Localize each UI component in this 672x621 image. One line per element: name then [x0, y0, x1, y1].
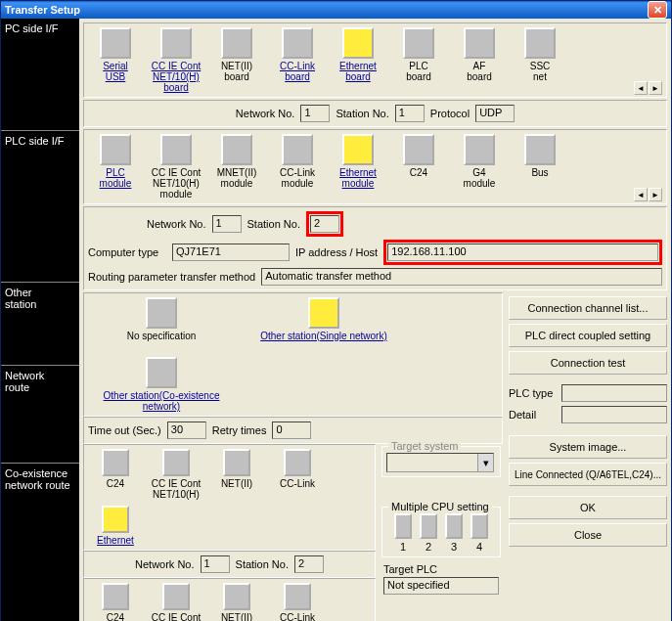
icon-label: SSC net — [530, 61, 551, 82]
cpu-slot-3[interactable]: 3 — [445, 513, 463, 553]
icon-cc-link[interactable]: CC-Link — [270, 583, 325, 621]
cpu-slot-4[interactable]: 4 — [470, 513, 488, 553]
titlebar: Transfer Setup ✕ — [1, 1, 671, 19]
nav-right-icon[interactable]: ► — [649, 188, 662, 201]
module-icon — [282, 134, 313, 165]
icon-label: NET(II) — [221, 612, 252, 621]
icon-other[interactable]: Other station(Single network) — [250, 297, 397, 341]
plc-network-no-field[interactable]: 1 — [212, 215, 242, 233]
icon-cc-link[interactable]: CC-Link module — [270, 134, 325, 200]
icon-cc[interactable]: CC IE Cont NET/10(H) — [149, 583, 203, 621]
icon-cc[interactable]: CC IE Cont NET/10(H) module — [149, 134, 203, 200]
module-icon — [221, 27, 252, 59]
icon-ethernet[interactable]: Ethernet — [88, 506, 143, 546]
icon-af[interactable]: AF board — [452, 27, 507, 93]
module-icon — [100, 134, 131, 165]
module-icon — [524, 27, 556, 59]
cpu-label: 2 — [426, 541, 431, 553]
icon-cc[interactable]: CC IE Cont NET/10(H) board — [149, 27, 203, 93]
icon-plc[interactable]: PLC module — [88, 134, 143, 200]
module-icon — [160, 134, 192, 165]
module-icon — [282, 27, 313, 59]
icon-net(ii)[interactable]: NET(II) — [209, 583, 264, 621]
module-icon — [162, 583, 190, 610]
icon-g4[interactable]: G4 module — [452, 134, 507, 200]
icon-net(ii)[interactable]: NET(II) — [209, 449, 264, 500]
routing-field[interactable]: Automatic transfer method — [261, 268, 662, 286]
icon-c24[interactable]: C24 — [391, 134, 446, 200]
icon-label: NET(II) — [221, 478, 252, 489]
pc-station-no-field[interactable]: 1 — [395, 105, 425, 122]
icon-label: PLC board — [406, 61, 431, 82]
icon-bus[interactable]: Bus — [513, 134, 567, 200]
cpu-slot-2[interactable]: 2 — [420, 513, 437, 553]
icon-mnet(ii)[interactable]: MNET(II) module — [209, 134, 264, 200]
icon-c24[interactable]: C24 — [88, 583, 143, 621]
plc-type-field — [561, 384, 667, 402]
icon-label: Ethernet board — [339, 61, 377, 82]
cpu-slot-1[interactable]: 1 — [394, 513, 412, 553]
module-icon — [221, 134, 252, 165]
icon-ssc[interactable]: SSC net — [513, 27, 567, 93]
computer-type-field[interactable]: QJ71E71 — [172, 244, 290, 261]
module-icon — [284, 449, 311, 476]
timeout-field[interactable]: 30 — [167, 421, 206, 439]
close-button[interactable]: Close — [509, 523, 667, 547]
nav-left-icon[interactable]: ◄ — [634, 188, 648, 201]
ok-button[interactable]: OK — [509, 496, 667, 519]
connection-test-button[interactable]: Connection test — [509, 351, 667, 375]
icon-ethernet[interactable]: Ethernet module — [331, 134, 385, 200]
retry-field[interactable]: 0 — [272, 421, 311, 439]
icon-label: CC-Link — [280, 478, 315, 489]
module-icon — [464, 27, 495, 59]
pc-station-no-label: Station No. — [336, 108, 388, 119]
section-plc-side: PLC side I/F — [5, 135, 65, 147]
computer-type-label: Computer type — [88, 246, 166, 258]
module-icon — [100, 27, 131, 59]
icon-other[interactable]: Other station(Co-existence network) — [88, 357, 235, 412]
icon-serial[interactable]: Serial USB — [88, 27, 143, 93]
plc-direct-coupled-button[interactable]: PLC direct coupled setting — [509, 324, 667, 347]
pc-protocol-field[interactable]: UDP — [475, 105, 515, 122]
connection-channel-list-button[interactable]: Connection channel list... — [509, 296, 667, 320]
timeout-label: Time out (Sec.) — [88, 424, 161, 436]
nav-left-icon[interactable]: ◄ — [634, 81, 648, 95]
icon-cc-link[interactable]: CC-Link board — [270, 27, 325, 93]
net-station-no-field[interactable]: 2 — [294, 555, 324, 573]
close-icon[interactable]: ✕ — [648, 1, 667, 19]
icon-cc[interactable]: CC IE Cont NET/10(H) — [149, 449, 203, 500]
icon-c24[interactable]: C24 — [88, 449, 143, 500]
icon-no[interactable]: No specification — [88, 297, 235, 341]
net-network-no-label: Network No. — [135, 558, 195, 570]
nav-right-icon[interactable]: ► — [649, 81, 662, 95]
icon-label: NET(II) board — [221, 61, 252, 82]
icon-net(ii)[interactable]: NET(II) board — [209, 27, 264, 93]
pc-network-no-field[interactable]: 1 — [300, 105, 330, 122]
icon-label: CC-Link board — [280, 61, 315, 82]
icon-label: Other station(Co-existence network) — [88, 390, 235, 412]
icon-plc[interactable]: PLC board — [391, 27, 446, 93]
module-icon — [403, 27, 434, 59]
ip-field[interactable]: 192.168.11.100 — [387, 244, 658, 261]
module-icon — [162, 449, 190, 476]
section-labels: PC side I/F PLC side I/F Other station N… — [1, 19, 79, 621]
module-icon — [102, 506, 129, 533]
module-icon — [102, 583, 129, 610]
net-network-no-field[interactable]: 1 — [201, 555, 230, 573]
plc-params-panel: Network No. 1 Station No. 2 Computer typ… — [83, 206, 667, 290]
icon-label: CC-Link — [280, 612, 315, 621]
plc-station-no-field[interactable]: 2 — [310, 215, 339, 233]
icon-label: CC IE Cont NET/10(H) — [152, 478, 202, 500]
icon-ethernet[interactable]: Ethernet board — [331, 27, 385, 93]
icon-cc-link[interactable]: CC-Link — [270, 449, 325, 500]
cpu-icon — [470, 513, 488, 539]
multi-cpu-label: Multiple CPU setting — [388, 501, 492, 512]
line-connected-button[interactable]: Line Connected (Q/A6TEL,C24)... — [509, 463, 667, 486]
system-image-button[interactable]: System image... — [509, 435, 667, 459]
icon-label: Other station(Single network) — [260, 331, 387, 341]
plc-network-no-label: Network No. — [147, 218, 206, 230]
module-icon — [342, 134, 374, 165]
icon-label: CC IE Cont NET/10(H) board — [152, 61, 202, 93]
network-route-panel: C24CC IE Cont NET/10(H)NET(II)CC-LinkEth… — [83, 444, 376, 551]
icon-label: Ethernet — [97, 535, 134, 546]
